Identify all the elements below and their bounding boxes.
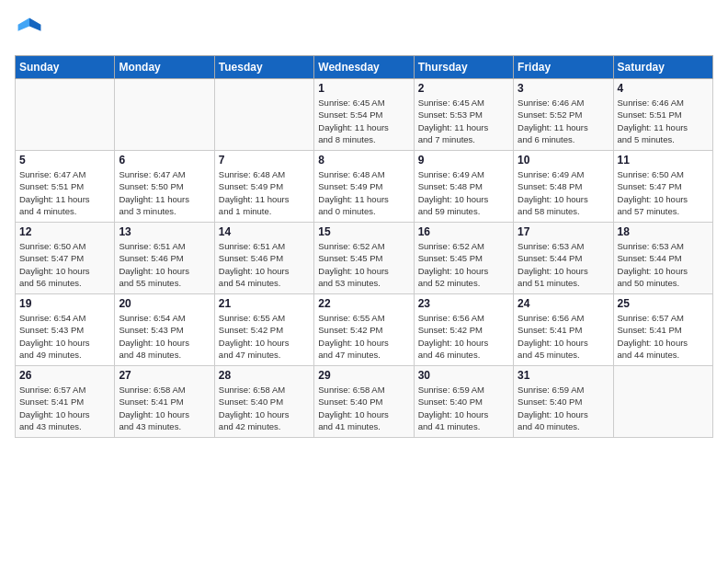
day-info: Sunrise: 6:54 AM Sunset: 5:43 PM Dayligh… [119,312,210,361]
day-number: 17 [518,225,609,238]
calendar-cell: 18Sunrise: 6:53 AM Sunset: 5:44 PM Dayli… [613,223,712,294]
day-info: Sunrise: 6:59 AM Sunset: 5:40 PM Dayligh… [518,384,609,432]
calendar-cell: 26Sunrise: 6:57 AM Sunset: 5:41 PM Dayli… [16,366,115,438]
col-header-wednesday: Wednesday [314,56,414,79]
day-number: 19 [19,297,110,310]
day-info: Sunrise: 6:56 AM Sunset: 5:41 PM Dayligh… [518,312,609,361]
day-number: 8 [318,154,409,167]
day-info: Sunrise: 6:58 AM Sunset: 5:41 PM Dayligh… [119,384,210,432]
calendar-cell: 28Sunrise: 6:58 AM Sunset: 5:40 PM Dayli… [214,366,313,438]
day-number: 5 [19,154,110,167]
day-number: 4 [618,82,709,95]
calendar-cell [214,79,313,151]
day-number: 26 [19,369,110,382]
day-number: 31 [518,369,609,382]
calendar-cell: 30Sunrise: 6:59 AM Sunset: 5:40 PM Dayli… [414,366,513,438]
col-header-tuesday: Tuesday [214,56,313,79]
calendar-week-row: 5Sunrise: 6:47 AM Sunset: 5:51 PM Daylig… [16,151,713,223]
day-number: 1 [318,82,409,95]
day-number: 11 [618,154,709,167]
day-info: Sunrise: 6:48 AM Sunset: 5:49 PM Dayligh… [318,168,409,217]
logo [15,15,48,44]
day-number: 15 [318,225,409,238]
calendar-table: SundayMondayTuesdayWednesdayThursdayFrid… [15,55,713,438]
calendar-cell: 2Sunrise: 6:45 AM Sunset: 5:53 PM Daylig… [414,79,513,151]
day-number: 30 [418,369,509,382]
calendar-cell: 7Sunrise: 6:48 AM Sunset: 5:49 PM Daylig… [214,151,313,223]
calendar-cell: 8Sunrise: 6:48 AM Sunset: 5:49 PM Daylig… [314,151,414,223]
day-info: Sunrise: 6:55 AM Sunset: 5:42 PM Dayligh… [318,312,409,361]
calendar-cell: 29Sunrise: 6:58 AM Sunset: 5:40 PM Dayli… [314,366,414,438]
day-info: Sunrise: 6:53 AM Sunset: 5:44 PM Dayligh… [518,240,609,289]
day-info: Sunrise: 6:45 AM Sunset: 5:54 PM Dayligh… [318,97,409,145]
day-info: Sunrise: 6:52 AM Sunset: 5:45 PM Dayligh… [418,240,509,289]
day-number: 10 [518,154,609,167]
calendar-cell: 12Sunrise: 6:50 AM Sunset: 5:47 PM Dayli… [16,223,115,294]
calendar-cell: 14Sunrise: 6:51 AM Sunset: 5:46 PM Dayli… [214,223,313,294]
day-info: Sunrise: 6:58 AM Sunset: 5:40 PM Dayligh… [219,384,310,432]
day-info: Sunrise: 6:48 AM Sunset: 5:49 PM Dayligh… [219,168,310,217]
day-info: Sunrise: 6:53 AM Sunset: 5:44 PM Dayligh… [618,240,709,289]
calendar-week-row: 26Sunrise: 6:57 AM Sunset: 5:41 PM Dayli… [16,366,713,438]
calendar-cell: 1Sunrise: 6:45 AM Sunset: 5:54 PM Daylig… [314,79,414,151]
day-number: 16 [418,225,509,238]
col-header-sunday: Sunday [16,56,115,79]
page-header [15,15,713,44]
day-info: Sunrise: 6:50 AM Sunset: 5:47 PM Dayligh… [618,168,709,217]
day-number: 3 [518,82,609,95]
calendar-cell [115,79,214,151]
day-number: 28 [219,369,310,382]
svg-marker-1 [18,18,29,31]
calendar-cell: 17Sunrise: 6:53 AM Sunset: 5:44 PM Dayli… [514,223,613,294]
day-number: 7 [219,154,310,167]
day-number: 13 [119,225,210,238]
day-number: 6 [119,154,210,167]
calendar-cell: 31Sunrise: 6:59 AM Sunset: 5:40 PM Dayli… [514,366,613,438]
day-info: Sunrise: 6:45 AM Sunset: 5:53 PM Dayligh… [418,97,509,145]
day-info: Sunrise: 6:54 AM Sunset: 5:43 PM Dayligh… [19,312,110,361]
day-number: 18 [618,225,709,238]
day-info: Sunrise: 6:56 AM Sunset: 5:42 PM Dayligh… [418,312,509,361]
day-number: 20 [119,297,210,310]
calendar-cell: 15Sunrise: 6:52 AM Sunset: 5:45 PM Dayli… [314,223,414,294]
day-info: Sunrise: 6:50 AM Sunset: 5:47 PM Dayligh… [19,240,110,289]
calendar-cell: 16Sunrise: 6:52 AM Sunset: 5:45 PM Dayli… [414,223,513,294]
calendar-cell: 13Sunrise: 6:51 AM Sunset: 5:46 PM Dayli… [115,223,214,294]
calendar-cell: 19Sunrise: 6:54 AM Sunset: 5:43 PM Dayli… [16,294,115,366]
day-number: 14 [219,225,310,238]
calendar-cell: 5Sunrise: 6:47 AM Sunset: 5:51 PM Daylig… [16,151,115,223]
calendar-header-row: SundayMondayTuesdayWednesdayThursdayFrid… [16,56,713,79]
calendar-cell: 10Sunrise: 6:49 AM Sunset: 5:48 PM Dayli… [514,151,613,223]
day-number: 25 [618,297,709,310]
col-header-saturday: Saturday [613,56,712,79]
day-info: Sunrise: 6:51 AM Sunset: 5:46 PM Dayligh… [219,240,310,289]
calendar-week-row: 12Sunrise: 6:50 AM Sunset: 5:47 PM Dayli… [16,223,713,294]
calendar-cell: 6Sunrise: 6:47 AM Sunset: 5:50 PM Daylig… [115,151,214,223]
day-number: 27 [119,369,210,382]
day-number: 9 [418,154,509,167]
calendar-cell: 4Sunrise: 6:46 AM Sunset: 5:51 PM Daylig… [613,79,712,151]
calendar-cell: 23Sunrise: 6:56 AM Sunset: 5:42 PM Dayli… [414,294,513,366]
logo-icon [15,15,44,44]
calendar-week-row: 1Sunrise: 6:45 AM Sunset: 5:54 PM Daylig… [16,79,713,151]
day-info: Sunrise: 6:57 AM Sunset: 5:41 PM Dayligh… [19,384,110,432]
calendar-cell: 27Sunrise: 6:58 AM Sunset: 5:41 PM Dayli… [115,366,214,438]
day-info: Sunrise: 6:46 AM Sunset: 5:51 PM Dayligh… [618,97,709,145]
calendar-cell [16,79,115,151]
day-info: Sunrise: 6:59 AM Sunset: 5:40 PM Dayligh… [418,384,509,432]
col-header-friday: Friday [514,56,613,79]
day-info: Sunrise: 6:47 AM Sunset: 5:50 PM Dayligh… [119,168,210,217]
day-info: Sunrise: 6:55 AM Sunset: 5:42 PM Dayligh… [219,312,310,361]
day-info: Sunrise: 6:49 AM Sunset: 5:48 PM Dayligh… [418,168,509,217]
day-number: 21 [219,297,310,310]
calendar-cell: 11Sunrise: 6:50 AM Sunset: 5:47 PM Dayli… [613,151,712,223]
day-info: Sunrise: 6:57 AM Sunset: 5:41 PM Dayligh… [618,312,709,361]
calendar-week-row: 19Sunrise: 6:54 AM Sunset: 5:43 PM Dayli… [16,294,713,366]
day-info: Sunrise: 6:49 AM Sunset: 5:48 PM Dayligh… [518,168,609,217]
calendar-cell: 24Sunrise: 6:56 AM Sunset: 5:41 PM Dayli… [514,294,613,366]
calendar-cell: 21Sunrise: 6:55 AM Sunset: 5:42 PM Dayli… [214,294,313,366]
day-info: Sunrise: 6:52 AM Sunset: 5:45 PM Dayligh… [318,240,409,289]
calendar-cell: 3Sunrise: 6:46 AM Sunset: 5:52 PM Daylig… [514,79,613,151]
calendar-cell: 20Sunrise: 6:54 AM Sunset: 5:43 PM Dayli… [115,294,214,366]
day-number: 12 [19,225,110,238]
